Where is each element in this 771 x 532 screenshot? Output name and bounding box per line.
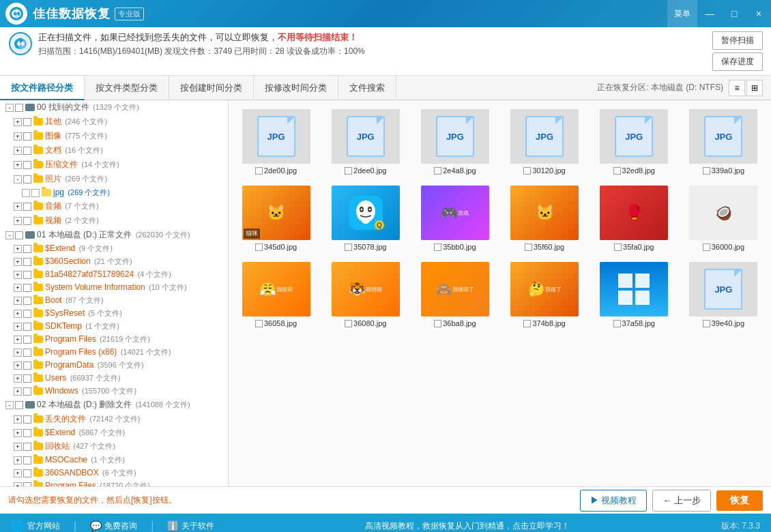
footer-promo-text[interactable]: 高清视频教程，救据恢复从入门到精通，点击立即学习！: [228, 520, 707, 532]
close-button[interactable]: ×: [746, 0, 771, 27]
thumbnail-cell[interactable]: 37a58.jpg: [590, 256, 679, 332]
tree-item[interactable]: + 视频 (2 个文件): [0, 213, 228, 228]
thumb-checkbox[interactable]: [255, 243, 263, 251]
tree-checkbox[interactable]: [23, 284, 31, 292]
tree-checkbox[interactable]: [23, 361, 31, 370]
tree-item[interactable]: + ProgramData (3596 个文件): [0, 359, 228, 372]
tree-item[interactable]: + Boot (87 个文件): [0, 294, 228, 307]
tree-toggle[interactable]: +: [14, 361, 22, 370]
save-progress-button[interactable]: 保存进度: [712, 53, 763, 71]
tree-checkbox[interactable]: [23, 203, 31, 211]
thumbnail-cell[interactable]: 🐯 我很萌 36080.jpg: [321, 256, 410, 332]
tree-checkbox[interactable]: [23, 245, 31, 253]
tab-search[interactable]: 文件搜索: [338, 76, 396, 100]
tree-checkbox[interactable]: [23, 132, 31, 141]
tree-checkbox[interactable]: [31, 189, 40, 197]
thumbnail-cell[interactable]: JPG 339a0.jpg: [679, 103, 768, 179]
tree-checkbox[interactable]: [23, 443, 31, 451]
tree-item[interactable]: + 丢失的文件 (72142 个文件): [0, 412, 228, 426]
tree-toggle[interactable]: +: [14, 271, 22, 279]
tree-checkbox[interactable]: [23, 456, 31, 464]
thumb-checkbox[interactable]: [613, 167, 621, 175]
tree-toggle[interactable]: +: [14, 323, 22, 331]
thumb-checkbox[interactable]: [525, 243, 532, 251]
tree-checkbox[interactable]: [23, 258, 31, 266]
tree-checkbox[interactable]: [23, 349, 31, 357]
thumb-checkbox[interactable]: [255, 167, 263, 175]
tree-toggle[interactable]: +: [14, 118, 22, 126]
tree-toggle[interactable]: +: [14, 387, 22, 396]
tree-checkbox[interactable]: [23, 271, 31, 279]
footer-website-link[interactable]: 官方网站: [27, 520, 60, 532]
tree-toggle[interactable]: +: [14, 258, 22, 266]
tree-toggle[interactable]: +: [14, 443, 22, 451]
tree-toggle[interactable]: +: [14, 374, 22, 383]
tree-toggle[interactable]: +: [14, 482, 22, 487]
recover-button[interactable]: 恢复: [716, 490, 763, 511]
tree-checkbox[interactable]: [23, 175, 31, 183]
tree-item[interactable]: + 压缩文件 (14 个文件): [0, 158, 228, 172]
thumbnail-cell[interactable]: JPG 39e40.jpg: [679, 256, 768, 332]
thumbnail-cell[interactable]: 🎮 游戏 35bb0.jpg: [410, 179, 499, 256]
tree-item[interactable]: + 图像 (775 个文件): [0, 129, 228, 143]
tree-item[interactable]: + 文档 (16 个文件): [0, 143, 228, 158]
tree-item[interactable]: + Users (66937 个文件): [0, 372, 228, 385]
tree-item[interactable]: + $Extend (5867 个文件): [0, 426, 228, 439]
thumb-checkbox[interactable]: [613, 320, 621, 327]
thumbnail-cell[interactable]: Q 35078.jpg: [321, 179, 410, 256]
thumbnail-cell[interactable]: 🐱 猫咪 345d0.jpg: [231, 179, 321, 256]
tree-checkbox[interactable]: [23, 429, 31, 437]
tree-checkbox[interactable]: [23, 118, 31, 126]
thumbnail-cell[interactable]: JPG 2de00.jpg: [231, 103, 321, 179]
tree-item[interactable]: + $360Section (21 个文件): [0, 255, 228, 268]
tree-toggle[interactable]: +: [14, 203, 22, 211]
tree-toggle[interactable]: +: [14, 147, 22, 155]
tree-item[interactable]: + 回收站 (427 个文件): [0, 439, 228, 454]
tree-checkbox[interactable]: [15, 104, 23, 112]
tree-checkbox[interactable]: [23, 374, 31, 383]
tab-path-classify[interactable]: 按文件路径分类: [0, 76, 85, 100]
maximize-button[interactable]: □: [722, 0, 746, 27]
tree-item-system-volume[interactable]: + System Volume Information (10 个文件): [0, 281, 228, 294]
tree-checkbox[interactable]: [23, 217, 31, 225]
list-view-button[interactable]: ≡: [729, 80, 745, 96]
tree-toggle[interactable]: +: [14, 297, 22, 305]
tree-toggle[interactable]: +: [14, 310, 22, 318]
tree-toggle[interactable]: +: [14, 349, 22, 357]
thumb-checkbox[interactable]: [434, 167, 441, 175]
tree-toggle[interactable]: +: [14, 456, 22, 464]
thumb-checkbox[interactable]: [434, 320, 441, 327]
tree-item[interactable]: - 照片 (269 个文件): [0, 172, 228, 186]
tree-item[interactable]: - 00 找到的文件 (1329 个文件): [0, 100, 228, 115]
thumbnail-cell[interactable]: JPG 2dee0.jpg: [321, 103, 410, 179]
tree-item[interactable]: + SDKTemp (1 个文件): [0, 320, 228, 333]
tree-toggle[interactable]: -: [5, 104, 14, 112]
tab-modified-classify[interactable]: 按修改时间分类: [254, 76, 338, 100]
thumb-checkbox[interactable]: [703, 320, 710, 327]
tree-checkbox[interactable]: [23, 323, 31, 331]
tab-type-classify[interactable]: 按文件类型分类: [85, 76, 169, 100]
tree-checkbox[interactable]: [15, 401, 23, 409]
tree-checkbox[interactable]: [23, 482, 31, 487]
tree-toggle[interactable]: +: [14, 161, 22, 169]
prev-step-button[interactable]: ← 上一步: [652, 490, 711, 512]
tree-checkbox[interactable]: [15, 231, 23, 239]
tree-item[interactable]: - 02 本地磁盘 (D:) 删除文件 (141088 个文件): [0, 398, 228, 412]
thumbnail-cell[interactable]: JPG 32ed8.jpg: [590, 103, 679, 179]
thumbnail-cell[interactable]: 🤔 我很了 374b8.jpg: [500, 256, 590, 332]
tree-toggle[interactable]: -: [5, 231, 14, 239]
thumbnail-cell[interactable]: 🐱 35f60.jpg: [500, 179, 590, 256]
tree-checkbox[interactable]: [23, 469, 31, 477]
tab-created-classify[interactable]: 按创建时间分类: [169, 76, 254, 100]
tree-item[interactable]: + 81a54827afd751789624 (4 个文件): [0, 268, 228, 281]
thumb-checkbox[interactable]: [523, 320, 531, 327]
thumb-checkbox[interactable]: [703, 243, 710, 251]
tree-toggle[interactable]: +: [14, 336, 22, 344]
tree-checkbox[interactable]: [23, 415, 31, 424]
tree-toggle[interactable]: +: [14, 429, 22, 437]
thumbnail-cell[interactable]: 🥊 35fa0.jpg: [590, 179, 679, 256]
tree-toggle[interactable]: +: [14, 284, 22, 292]
pause-scan-button[interactable]: 暂停扫描: [712, 31, 763, 50]
tree-item[interactable]: + 其他 (246 个文件): [0, 115, 228, 129]
thumb-checkbox[interactable]: [345, 243, 352, 251]
